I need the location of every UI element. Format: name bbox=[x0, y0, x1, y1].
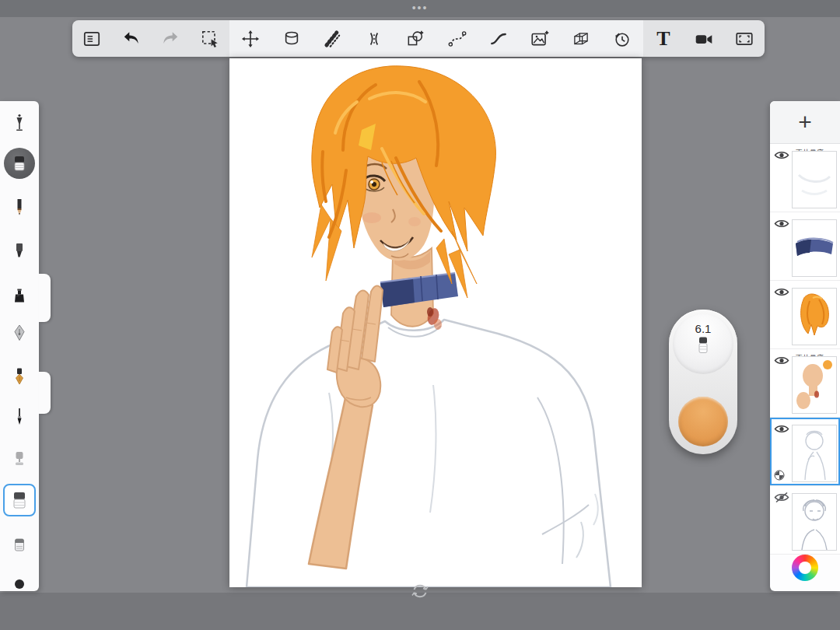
screentone-tool-button[interactable] bbox=[317, 23, 348, 54]
paint-jar-icon bbox=[10, 534, 29, 555]
perspective-grid-button[interactable] bbox=[565, 23, 597, 54]
text-tool-button[interactable]: T bbox=[648, 23, 679, 54]
video-camera-icon bbox=[694, 29, 714, 49]
shape-copy-icon bbox=[405, 29, 425, 49]
move-icon bbox=[240, 29, 261, 49]
select-icon bbox=[200, 29, 220, 49]
text-tool-icon: T bbox=[656, 29, 670, 49]
tool-airbrush[interactable] bbox=[2, 103, 37, 142]
tool-more-dot[interactable] bbox=[15, 579, 24, 589]
tool-fountain-pen[interactable] bbox=[2, 357, 37, 396]
menu-button[interactable] bbox=[76, 23, 107, 54]
select-tool-button[interactable] bbox=[194, 23, 226, 54]
layer-thumbnail[interactable] bbox=[792, 425, 837, 482]
eye-icon[interactable] bbox=[774, 424, 789, 434]
add-layer-button[interactable]: + bbox=[770, 101, 840, 144]
ink-bottle-icon bbox=[10, 285, 29, 306]
eye-icon[interactable] bbox=[774, 287, 789, 297]
video-capture-button[interactable] bbox=[688, 23, 719, 54]
history-button[interactable] bbox=[607, 23, 638, 54]
airbrush-icon bbox=[10, 113, 29, 133]
sidebar-handle-bottom[interactable] bbox=[39, 372, 51, 414]
curve-tool-button[interactable] bbox=[442, 23, 473, 54]
layer-row-lineart[interactable] bbox=[770, 418, 840, 486]
brush-size-value: 6.1 bbox=[695, 322, 712, 335]
tool-eraser-soft[interactable] bbox=[2, 144, 37, 183]
display-mode-button[interactable] bbox=[729, 23, 760, 54]
redo-icon bbox=[160, 29, 180, 49]
toolbar-middle-section bbox=[229, 20, 643, 57]
shape-copy-tool-button[interactable] bbox=[400, 23, 431, 54]
eraser-icon bbox=[10, 490, 29, 510]
active-tool-highlight bbox=[3, 484, 36, 516]
eraser-soft-icon bbox=[12, 155, 27, 172]
layer-row-choker[interactable] bbox=[770, 212, 840, 281]
toolbar-left-section bbox=[72, 20, 229, 57]
add-image-icon bbox=[530, 29, 550, 49]
perspective-grid-icon bbox=[571, 29, 591, 49]
pen-nib-icon bbox=[10, 323, 29, 343]
app-window: ••• bbox=[0, 0, 840, 630]
undo-icon bbox=[121, 29, 142, 49]
sidebar-handle-top[interactable] bbox=[39, 274, 51, 322]
rotate-canvas-button[interactable] bbox=[411, 583, 429, 599]
canvas-artwork bbox=[229, 58, 642, 587]
color-wheel-button[interactable] bbox=[792, 555, 818, 581]
eye-off-icon[interactable] bbox=[774, 492, 789, 502]
tool-paint-jar[interactable] bbox=[2, 525, 37, 564]
layer-thumbnail[interactable] bbox=[792, 151, 837, 208]
fill-bucket-icon bbox=[282, 29, 302, 49]
drawing-canvas[interactable] bbox=[229, 58, 642, 587]
layer-row-hair[interactable] bbox=[770, 281, 840, 349]
pencil-icon bbox=[10, 197, 29, 217]
toolbar-right-section: T bbox=[643, 20, 765, 57]
tool-selected-highlight bbox=[4, 148, 35, 179]
layer-thumbnail[interactable] bbox=[792, 219, 837, 277]
layer-row-highlights[interactable]: 正片疊底 bbox=[770, 144, 840, 212]
brush-control-pill[interactable]: 6.1 bbox=[669, 310, 737, 454]
eye-icon[interactable] bbox=[774, 219, 789, 229]
tool-stamp[interactable] bbox=[2, 439, 37, 478]
brush-size-dial[interactable]: 6.1 bbox=[673, 313, 733, 374]
stamp-icon bbox=[10, 449, 29, 469]
screentone-icon bbox=[323, 29, 343, 49]
marker-icon bbox=[10, 240, 29, 261]
main-toolbar: T bbox=[72, 20, 765, 57]
move-tool-button[interactable] bbox=[235, 23, 266, 54]
history-clock-icon bbox=[612, 29, 632, 49]
layer-row-skin[interactable]: 正片疊底 bbox=[770, 349, 840, 418]
eye-icon[interactable] bbox=[774, 355, 789, 366]
layer-thumbnail[interactable] bbox=[792, 288, 837, 345]
layer-thumbnail[interactable] bbox=[792, 356, 837, 414]
display-icon bbox=[734, 29, 754, 49]
tool-eraser[interactable] bbox=[2, 481, 37, 520]
brush-icon bbox=[10, 407, 29, 427]
smooth-curve-tool-button[interactable] bbox=[483, 23, 514, 54]
menu-icon bbox=[82, 29, 102, 49]
smooth-curve-icon bbox=[488, 29, 509, 49]
tool-brush[interactable] bbox=[2, 397, 37, 436]
curve-icon bbox=[447, 29, 467, 49]
eye-icon[interactable] bbox=[774, 150, 789, 160]
symmetry-icon bbox=[364, 29, 384, 49]
undo-button[interactable] bbox=[116, 23, 147, 54]
fill-tool-button[interactable] bbox=[276, 23, 307, 54]
tool-pen-nib[interactable] bbox=[2, 313, 37, 352]
alpha-lock-icon[interactable] bbox=[774, 470, 785, 481]
tool-pencil[interactable] bbox=[2, 187, 37, 226]
layer-thumbnail[interactable] bbox=[792, 493, 837, 551]
current-color-swatch[interactable] bbox=[678, 397, 728, 446]
layer-row-sketch[interactable] bbox=[770, 486, 840, 555]
rotate-icon bbox=[411, 583, 429, 599]
add-image-button[interactable] bbox=[524, 23, 555, 54]
multitask-handle[interactable]: ••• bbox=[412, 2, 429, 14]
symmetry-tool-button[interactable] bbox=[359, 23, 390, 54]
current-tool-eraser-icon bbox=[696, 336, 710, 356]
redo-button[interactable] bbox=[155, 23, 186, 54]
tool-marker[interactable] bbox=[2, 231, 37, 270]
fountain-pen-icon bbox=[10, 366, 29, 387]
layers-panel: + 正片疊底 bbox=[770, 101, 840, 591]
brush-toolbar bbox=[0, 101, 39, 591]
tool-ink-bottle[interactable] bbox=[2, 276, 37, 315]
